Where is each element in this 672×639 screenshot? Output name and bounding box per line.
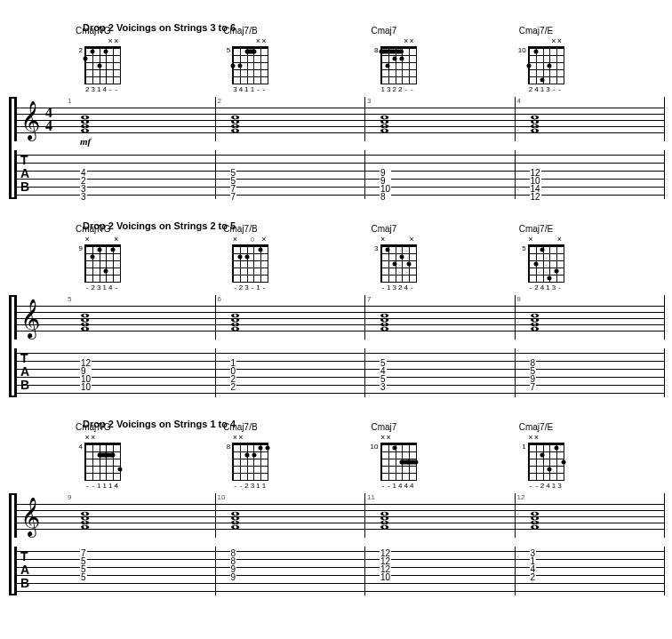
- system: Drop 2 Voicings on Strings 2 to 5Cmaj7/G…: [7, 224, 665, 397]
- fret-position-label: 10: [517, 46, 526, 54]
- tab-fret-number: 12: [530, 193, 541, 201]
- fretboard-grid: [84, 443, 121, 481]
- fret-dot: [386, 64, 390, 68]
- chord-diagram-row: Cmaj7/G2××2314--Cmaj7/B5××3411--Cmaj78××…: [74, 26, 665, 93]
- measure-number: 9: [68, 493, 71, 501]
- measure: 8𝅝𝅝𝅝𝅝: [516, 295, 666, 339]
- tab-staff: TAB423355779910812101412: [14, 150, 665, 199]
- tab-staff: TAB1291010102254538597: [14, 348, 665, 397]
- measure: 9𝅝𝅝𝅝𝅝: [66, 493, 216, 538]
- fret-dot: [393, 262, 397, 267]
- tab-fret-number: 10: [80, 383, 92, 391]
- mute-open-row: ××: [528, 434, 564, 443]
- tab-fret-number: 3: [380, 383, 387, 391]
- treble-clef-icon: 𝄞: [20, 300, 40, 336]
- fret-dot: [118, 467, 123, 472]
- measure-number: 1: [68, 97, 71, 105]
- fret-dot: [393, 57, 397, 61]
- tab-column: 5453: [380, 351, 387, 399]
- measure: 12𝅝𝅝𝅝𝅝: [516, 493, 666, 538]
- fret-dot: [266, 446, 270, 451]
- fingering-row: -23-1-: [232, 284, 268, 292]
- fingering-row: 3411--: [232, 85, 268, 93]
- fret-position-label: 3: [370, 244, 379, 252]
- fingering-row: 2413--: [528, 85, 564, 93]
- measure-number: 4: [517, 97, 521, 105]
- tab-fret-number: 2: [230, 383, 237, 391]
- measure-number: 3: [367, 97, 371, 105]
- tab-column: 8899: [230, 549, 237, 597]
- fretboard-grid: [380, 244, 417, 283]
- fret-dot: [97, 64, 101, 68]
- fret-dot: [533, 262, 538, 267]
- chord-block: Cmaj7/E1××--2413: [517, 422, 665, 490]
- fret-dot: [97, 248, 101, 252]
- tab-fret-number: 3: [80, 193, 87, 201]
- tab-fret-number: 8: [380, 193, 391, 201]
- tab-fret-number: 9: [230, 573, 237, 581]
- fret-dot: [393, 446, 397, 451]
- measure-number: 5: [68, 295, 71, 303]
- tab-measure: 7555: [66, 547, 216, 595]
- fingering-row: 2314--: [84, 85, 121, 93]
- mute-open-row: ××: [232, 434, 268, 443]
- chord-name: Cmaj7: [372, 26, 397, 36]
- measure: 7𝅝𝅝𝅝𝅝: [365, 295, 516, 339]
- chord-diagram: 10××--1444: [370, 434, 417, 490]
- tab-column: 8597: [530, 351, 537, 399]
- fret-dot: [406, 262, 411, 267]
- measure: 11𝅝𝅝𝅝𝅝: [365, 493, 516, 538]
- fingering-row: --1114: [84, 482, 121, 490]
- mute-open-row: ××: [84, 236, 121, 244]
- tab-label: TAB: [20, 154, 29, 194]
- fret-dot: [231, 64, 236, 68]
- fret-position-label: 5: [517, 244, 526, 252]
- fretboard-grid: [84, 244, 121, 283]
- fret-dot: [90, 255, 94, 260]
- section-title: Drop 2 Voicings on Strings 2 to 5: [83, 220, 236, 231]
- tab-column: 12101412: [530, 153, 541, 201]
- fret-dot: [252, 453, 256, 458]
- notation-staff: 𝄞441𝅝𝅝𝅝𝅝mf2𝅝𝅝𝅝𝅝3𝅝𝅝𝅝𝅝4𝅝𝅝𝅝𝅝: [14, 97, 665, 141]
- chord-diagram: 9××-2314-: [74, 236, 121, 292]
- chord-diagram-row: Cmaj7/G4××--1114Cmaj7/B8××--2311Cmaj710×…: [74, 422, 665, 490]
- barre: [245, 50, 256, 54]
- tab-fret-number: 5: [80, 573, 87, 581]
- tab-column: 3142: [530, 549, 537, 597]
- fret-dot: [540, 78, 545, 83]
- fret-position-label: 10: [370, 443, 379, 451]
- fret-dot: [548, 64, 552, 68]
- tab-measure: 8597: [516, 348, 666, 397]
- fret-dot: [540, 248, 545, 252]
- fret-dot: [104, 269, 108, 274]
- tab-measure: 12101412: [516, 150, 666, 199]
- chord-diagram: 10××2413--: [517, 37, 564, 93]
- chord-name: Cmaj7/E: [519, 224, 553, 234]
- notation-staff: 𝄞5𝅝𝅝𝅝𝅝6𝅝𝅝𝅝𝅝7𝅝𝅝𝅝𝅝8𝅝𝅝𝅝𝅝: [14, 295, 665, 339]
- tab-measure: 5453: [365, 348, 516, 397]
- fret-dot: [238, 64, 243, 68]
- fret-position-label: 4: [74, 443, 83, 451]
- fret-dot: [386, 248, 390, 252]
- fret-dot: [399, 255, 404, 260]
- fretboard-grid: [380, 443, 417, 481]
- fret-dot: [399, 57, 404, 61]
- fretboard-grid: [232, 443, 268, 481]
- treble-clef-icon: 𝄞: [20, 102, 40, 138]
- measure-number: 8: [517, 295, 521, 303]
- measure-number: 6: [218, 295, 221, 303]
- fretboard-grid: [232, 244, 268, 283]
- system: Drop 2 Voicings on Strings 3 to 6Cmaj7/G…: [7, 26, 665, 199]
- measure-number: 7: [367, 295, 371, 303]
- chord-diagram: 5××3411--: [221, 37, 268, 93]
- tab-column: 5577: [230, 153, 237, 201]
- fret-dot: [90, 50, 94, 54]
- chord-block: Cmaj78××1322--: [370, 26, 517, 93]
- tab-column: 1022: [230, 351, 237, 399]
- mute-open-row: ××: [528, 236, 564, 244]
- measure: 6𝅝𝅝𝅝𝅝: [216, 295, 366, 339]
- chord-block: Cmaj7/B8××--2311: [221, 422, 369, 490]
- measure: 10𝅝𝅝𝅝𝅝: [216, 493, 366, 538]
- chord-name: Cmaj7: [372, 224, 397, 234]
- fret-dot: [111, 248, 116, 252]
